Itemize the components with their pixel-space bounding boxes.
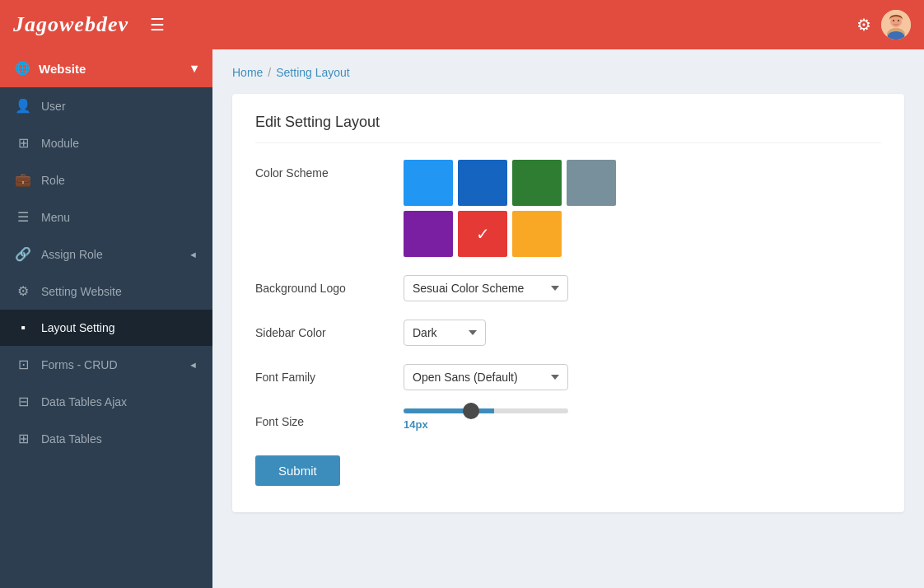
color-swatch-red[interactable]: ✓ [458,211,507,257]
sidebar-website-label: Website [39,62,86,76]
user-icon: 👤 [15,98,31,114]
color-swatch-purple[interactable] [404,211,453,257]
color-scheme-label: Color Scheme [255,160,387,180]
menu-icon: ☰ [15,209,31,225]
color-swatch-blue-light[interactable] [404,160,453,206]
role-icon: 💼 [15,172,31,188]
color-swatches-wrap: ✓ [404,160,667,257]
color-swatch-yellow[interactable] [512,211,562,257]
forms-icon: ⊡ [15,357,31,372]
sidebar-item-forms-crud[interactable]: ⊡ Forms - CRUD ◄ [0,346,212,383]
sidebar-item-data-tables[interactable]: ⊞ Data Tables [0,420,212,457]
setting-icon: ⚙ [15,283,31,299]
sidebar-item-label: Menu [41,211,70,224]
sidebar-item-label: Forms - CRUD [41,358,118,371]
font-family-row: Font Family Open Sans (Default)RobotoLat… [255,364,881,390]
arrow-icon: ◄ [189,250,198,259]
table-icon: ⊞ [15,431,31,446]
table-ajax-icon: ⊟ [15,394,31,409]
sidebar-item-label: User [41,100,66,113]
sidebar-item-setting-website[interactable]: ⚙ Setting Website [0,273,212,310]
color-scheme-row: Color Scheme ✓ [255,160,881,257]
globe-icon: 🌐 [15,61,30,76]
card-title: Edit Setting Layout [255,114,881,143]
sidebar-item-data-tables-ajax[interactable]: ⊟ Data Tables Ajax [0,383,212,420]
submit-button[interactable]: Submit [255,455,340,486]
assign-role-icon: 🔗 [15,246,31,262]
sidebar-item-layout-setting[interactable]: ▪ Layout Setting [0,310,212,346]
sidebar-item-label: Setting Website [41,285,122,298]
settings-card: Edit Setting Layout Color Scheme ✓ Backg… [232,94,904,512]
bg-logo-label: Background Logo [255,275,387,295]
sidebar-item-label: Data Tables Ajax [41,395,127,408]
sidebar-item-label: Data Tables [41,432,102,446]
font-family-control: Open Sans (Default)RobotoLatoArial [404,364,568,390]
chevron-down-icon: ▾ [191,61,198,76]
sidebar-color-row: Sidebar Color DarkLight [255,320,881,346]
brand-logo: Jagowebdev [13,12,128,37]
arrow-icon: ◄ [189,360,198,370]
body-wrap: 🌐 Website ▾ 👤 User ⊞ Module 💼 Role ☰ Men… [0,49,924,588]
breadcrumb-home[interactable]: Home [232,66,263,79]
sidebar-color-control: DarkLight [404,320,486,346]
color-swatch-green[interactable] [512,160,562,206]
topnav-left: Jagowebdev ☰ [13,12,165,37]
sidebar: 🌐 Website ▾ 👤 User ⊞ Module 💼 Role ☰ Men… [0,49,212,588]
color-swatch-gray[interactable] [567,160,616,206]
bg-logo-control: Sesuai Color SchemeWhiteDark [404,275,568,301]
sidebar-item-label: Layout Setting [41,321,115,334]
sidebar-item-assign-role[interactable]: 🔗 Assign Role ◄ [0,236,212,273]
user-avatar[interactable] [881,10,911,40]
sidebar-color-select[interactable]: DarkLight [404,320,486,346]
breadcrumb-current: Setting Layout [276,66,350,79]
sidebar-item-menu[interactable]: ☰ Menu [0,198,212,236]
bg-logo-row: Background Logo Sesuai Color SchemeWhite… [255,275,881,301]
font-family-label: Font Family [255,364,387,384]
color-swatches: ✓ [404,160,667,257]
breadcrumb: Home / Setting Layout [232,66,904,79]
sidebar-item-user[interactable]: 👤 User [0,87,212,124]
module-icon: ⊞ [15,135,31,151]
color-swatch-blue-dark[interactable] [458,160,507,206]
font-size-value: 14px [404,418,568,431]
sidebar-item-module[interactable]: ⊞ Module [0,124,212,161]
svg-point-3 [893,20,894,21]
topnav-right: ⚙ [856,10,911,40]
sidebar-item-label: Role [41,174,65,187]
bg-logo-select[interactable]: Sesuai Color SchemeWhiteDark [404,275,568,301]
font-size-row: Font Size 14px [255,408,881,431]
settings-icon[interactable]: ⚙ [856,15,871,35]
hamburger-button[interactable]: ☰ [150,15,165,35]
topnav: Jagowebdev ☰ ⚙ [0,0,924,49]
font-size-label: Font Size [255,408,387,428]
font-size-slider[interactable] [404,408,568,413]
sidebar-item-label: Module [41,137,79,150]
font-size-control: 14px [404,408,568,431]
sidebar-item-label: Assign Role [41,248,103,261]
sidebar-item-role[interactable]: 💼 Role [0,161,212,198]
sidebar-website[interactable]: 🌐 Website ▾ [0,49,212,87]
font-family-select[interactable]: Open Sans (Default)RobotoLatoArial [404,364,568,390]
svg-point-4 [898,20,899,21]
sidebar-color-label: Sidebar Color [255,320,387,339]
breadcrumb-separator: / [268,66,271,79]
layout-icon: ▪ [15,320,31,335]
main-content: Home / Setting Layout Edit Setting Layou… [212,49,924,588]
